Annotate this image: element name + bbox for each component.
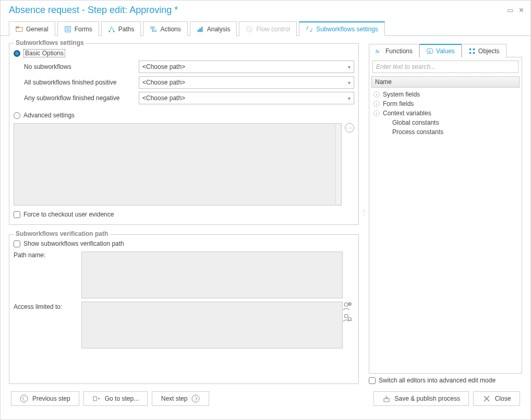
svg-text:fx: fx [376, 48, 380, 54]
close-button[interactable]: Close [473, 391, 520, 406]
maximize-icon[interactable]: ▭ [507, 6, 513, 14]
goto-icon [92, 394, 101, 403]
tree-item-form-fields[interactable]: ›Form fields [373, 99, 517, 109]
svg-rect-9 [153, 30, 156, 31]
svg-point-33 [192, 395, 199, 402]
values-panel: Enter text to search... Name ›System fie… [369, 57, 522, 374]
svg-rect-34 [384, 399, 389, 402]
goto-step-button[interactable]: Go to step... [83, 391, 148, 406]
show-verification-label: Show subworkflows verification path [23, 240, 124, 247]
expand-icon[interactable]: › [373, 91, 380, 98]
path-name-input[interactable] [81, 251, 343, 298]
verification-path-group: Subworkflows verification path Show subw… [9, 234, 359, 384]
svg-rect-27 [469, 48, 472, 50]
chevron-down-icon: ▾ [348, 64, 351, 70]
actions-icon [150, 26, 157, 33]
analysis-icon [197, 26, 204, 33]
force-checkout-checkbox[interactable] [14, 211, 20, 218]
tab-values[interactable]: a Values [419, 44, 462, 57]
basic-options-label: Basic Options [23, 49, 65, 57]
fx-icon: fx [376, 47, 383, 55]
svg-text:a: a [428, 50, 430, 53]
tree-item-system-fields[interactable]: ›System fields [373, 90, 517, 99]
svg-rect-30 [473, 52, 475, 54]
force-checkout-label: Force to checkout user evidence [23, 211, 114, 218]
advanced-settings-label: Advanced settings [23, 112, 75, 119]
svg-point-31 [20, 395, 28, 402]
arrow-right-icon [191, 394, 200, 403]
values-icon: a [426, 47, 433, 55]
flow-control-icon [246, 26, 253, 33]
subworkflows-settings-group: Subworkflows settings Basic Options No s… [9, 43, 359, 225]
next-step-button[interactable]: Next step [152, 391, 209, 406]
svg-rect-32 [93, 397, 96, 401]
tab-analysis[interactable]: Analysis [190, 21, 237, 36]
svg-rect-12 [201, 27, 203, 32]
advanced-settings-radio[interactable] [14, 112, 20, 119]
svg-point-22 [348, 317, 352, 320]
expand-icon[interactable]: › [373, 101, 380, 107]
any-negative-label: Any subworkflow finished negative [24, 94, 139, 102]
more-icon[interactable]: ⋯ [345, 123, 354, 133]
close-icon[interactable]: ✕ [518, 6, 524, 14]
advanced-expression-input[interactable] [14, 123, 342, 206]
find-user-icon[interactable] [343, 313, 352, 322]
forms-icon [64, 26, 71, 33]
folder-icon [16, 26, 23, 33]
show-verification-checkbox[interactable] [14, 241, 20, 247]
subworkflows-icon [306, 26, 313, 33]
svg-rect-11 [199, 28, 201, 32]
tab-general[interactable]: General [9, 21, 55, 36]
tab-objects[interactable]: Objects [462, 44, 506, 57]
tab-forms[interactable]: Forms [57, 21, 99, 36]
right-panel-tabs: fx Functions a Values Objects [369, 43, 522, 57]
paths-icon [108, 26, 115, 33]
tab-paths[interactable]: Paths [101, 21, 141, 36]
access-limited-input[interactable] [81, 302, 343, 349]
expand-icon[interactable]: › [373, 110, 380, 116]
tree-item-process-constants[interactable]: Process constants [383, 127, 517, 137]
tab-flow-control: Flow control [239, 21, 297, 36]
svg-rect-29 [469, 52, 472, 54]
svg-line-14 [248, 27, 251, 31]
save-icon [382, 394, 391, 403]
no-subworkflows-combo[interactable]: <Choose path>▾ [139, 61, 354, 73]
objects-icon [468, 47, 476, 55]
svg-line-23 [351, 320, 352, 321]
no-subworkflows-label: No subworkflows [24, 63, 139, 70]
tree-item-context-variables[interactable]: ›Context variables [373, 109, 517, 118]
tree-item-global-constants[interactable]: Global constants [383, 118, 517, 127]
all-positive-combo[interactable]: <Choose path>▾ [139, 76, 354, 89]
svg-rect-28 [473, 48, 475, 50]
svg-point-17 [344, 303, 348, 306]
tab-functions[interactable]: fx Functions [369, 44, 419, 57]
values-tree: ›System fields ›Form fields ›Context var… [369, 88, 522, 373]
previous-step-button[interactable]: Previous step [11, 391, 79, 406]
tab-subworkflows-settings[interactable]: Subworkflows settings [299, 21, 385, 36]
add-user-icon[interactable] [343, 302, 352, 311]
close-x-icon [482, 394, 491, 403]
path-name-label: Path name: [14, 251, 81, 259]
splitter-handle[interactable]: ⋮ [363, 40, 365, 384]
any-negative-combo[interactable]: <Choose path>▾ [139, 92, 354, 104]
arrow-left-icon [20, 394, 28, 403]
window-title: Absence request - Step edit: Approving * [9, 5, 178, 16]
chevron-down-icon: ▾ [348, 80, 351, 86]
basic-options-radio[interactable] [14, 50, 20, 57]
access-limited-label: Access limited to: [14, 302, 81, 310]
search-input[interactable]: Enter text to search... [372, 61, 518, 73]
svg-point-6 [108, 31, 110, 32]
svg-point-7 [113, 31, 115, 32]
switch-advanced-mode-label: Switch all editors into advanced edit mo… [379, 377, 496, 384]
name-column-header[interactable]: Name [371, 76, 520, 88]
svg-point-21 [344, 314, 348, 318]
save-publish-button[interactable]: Save & publish process [373, 391, 469, 406]
switch-advanced-mode-checkbox[interactable] [369, 377, 376, 384]
chevron-down-icon: ▾ [348, 95, 351, 101]
main-tabs: General Forms Paths Actions Analysis Flo… [1, 21, 530, 36]
all-positive-label: All subworkflows finished positive [24, 79, 139, 86]
svg-rect-10 [198, 29, 199, 31]
tab-actions[interactable]: Actions [143, 21, 187, 36]
